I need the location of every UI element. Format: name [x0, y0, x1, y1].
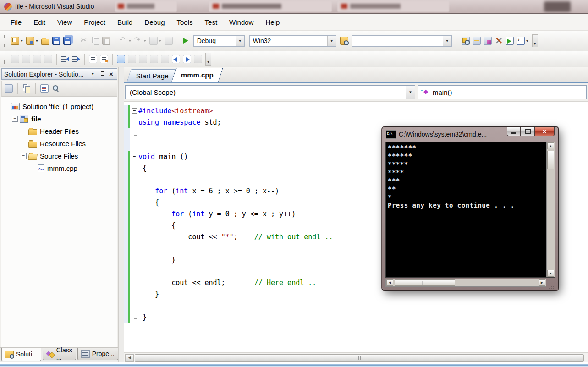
find-in-files-button[interactable]	[339, 35, 349, 46]
fold-collapse-icon[interactable]	[130, 151, 138, 163]
comment-lines-button[interactable]	[88, 54, 98, 65]
previous-bookmark-document-button[interactable]	[171, 54, 181, 65]
collapse-toggle-icon[interactable]: −	[12, 116, 18, 122]
window-position-menu-icon[interactable]: ▼	[89, 71, 96, 77]
open-file-button[interactable]	[40, 36, 50, 46]
navigate-forward-button[interactable]	[164, 35, 174, 46]
chevron-down-icon[interactable]: ▼	[526, 39, 529, 43]
menu-item-tools[interactable]: Tools	[174, 17, 196, 27]
save-button[interactable]	[51, 35, 61, 46]
toolbox-button[interactable]	[494, 35, 504, 46]
close-icon[interactable]: ×	[108, 71, 115, 77]
menu-item-test[interactable]: Test	[202, 17, 220, 27]
tree-item[interactable]: mmm.cpp	[1, 162, 117, 175]
auto-hide-pin-icon[interactable]	[99, 71, 105, 77]
solution-explorer-button[interactable]	[461, 35, 471, 46]
new-project-button[interactable]: ▼	[10, 35, 24, 46]
add-item-button[interactable]: ▼	[25, 35, 39, 46]
next-bookmark-folder-button[interactable]	[160, 54, 170, 65]
menu-item-edit[interactable]: Edit	[31, 17, 48, 27]
tab-solution-explorer[interactable]: Soluti...	[1, 348, 41, 361]
increase-indent-button[interactable]	[71, 54, 81, 65]
member-list-button[interactable]	[10, 54, 20, 65]
maximize-button[interactable]	[521, 127, 534, 136]
close-button[interactable]: ×	[534, 127, 555, 136]
scrollbar-track[interactable]	[394, 279, 538, 286]
word-completion-button[interactable]	[43, 54, 53, 65]
solution-explorer-header[interactable]: Solution Explorer - Solutio... ▼ ×	[1, 68, 117, 80]
chevron-down-icon[interactable]: ▼	[443, 36, 451, 46]
toolbar-overflow-handle[interactable]: ▾	[532, 34, 538, 47]
code-editor[interactable]: #include<iostream>using namespace std;vo…	[124, 102, 588, 352]
tab-class-view[interactable]: Class ...	[43, 348, 76, 360]
object-browser-button[interactable]	[483, 35, 493, 46]
start-page-button[interactable]	[505, 35, 515, 46]
scope-dropdown[interactable]: (Global Scope) ▼	[125, 85, 415, 99]
find-symbol-button[interactable]	[51, 83, 61, 94]
menu-item-window[interactable]: Window	[226, 17, 256, 27]
quick-info-button[interactable]	[21, 54, 31, 65]
menu-item-help[interactable]: Help	[263, 17, 282, 27]
solution-platform-combo[interactable]: Win32▼	[249, 35, 336, 47]
view-diagram-button[interactable]	[39, 83, 49, 94]
member-dropdown[interactable]: main()	[418, 85, 587, 99]
tree-item[interactable]: −Source Files	[1, 150, 117, 162]
menu-item-project[interactable]: Project	[81, 17, 108, 27]
copy-button[interactable]	[90, 35, 100, 46]
start-debugging-button[interactable]	[181, 35, 191, 46]
tree-item[interactable]: −file	[1, 113, 117, 125]
scrollbar-track[interactable]	[547, 150, 555, 269]
resize-grip[interactable]	[547, 279, 555, 286]
cmd-window[interactable]: C:\Windows\system32\cmd.e... × *********…	[382, 127, 558, 290]
tab-properties[interactable]: Prope...	[77, 348, 118, 360]
toolbar-overflow-handle[interactable]: ▾	[205, 53, 211, 66]
tree-item[interactable]: Solution 'file' (1 project)	[1, 100, 117, 113]
decrease-indent-button[interactable]	[60, 54, 70, 65]
menu-item-debug[interactable]: Debug	[142, 17, 167, 27]
chevron-down-icon[interactable]: ▼	[327, 36, 336, 46]
console-vertical-scrollbar[interactable]: ▲ ▼	[546, 142, 555, 277]
undo-button[interactable]: ▼	[118, 35, 132, 46]
minimize-button[interactable]	[507, 127, 521, 136]
scroll-right-icon[interactable]: ▶	[539, 279, 545, 286]
tree-item[interactable]: Header Files	[1, 125, 117, 137]
previous-bookmark-folder-button[interactable]	[149, 54, 159, 65]
scrollbar-thumb[interactable]	[135, 354, 584, 362]
scrollbar-thumb[interactable]	[547, 151, 554, 169]
next-bookmark-document-button[interactable]	[182, 54, 192, 65]
chevron-down-icon[interactable]: ▼	[236, 36, 244, 46]
previous-bookmark-button[interactable]	[127, 54, 137, 65]
toggle-bookmark-button[interactable]	[116, 54, 126, 65]
save-all-button[interactable]	[62, 35, 72, 46]
parameter-info-button[interactable]	[32, 54, 42, 65]
editor-horizontal-scrollbar[interactable]: ◀	[124, 352, 588, 362]
menu-item-view[interactable]: View	[55, 17, 75, 27]
scroll-left-icon[interactable]: ◀	[125, 354, 134, 362]
clear-bookmarks-button[interactable]	[193, 54, 203, 65]
tab-mmm-cpp[interactable]: mmm.cpp	[171, 68, 223, 82]
redo-button[interactable]: ▼	[133, 35, 148, 46]
console-horizontal-scrollbar[interactable]: ◀ ▶	[385, 279, 546, 287]
scroll-up-icon[interactable]: ▲	[547, 142, 554, 149]
properties-window-button[interactable]	[472, 35, 482, 46]
chevron-down-icon[interactable]: ▼	[20, 39, 23, 43]
fold-collapse-icon[interactable]	[130, 105, 138, 117]
paste-button[interactable]	[101, 35, 111, 46]
uncomment-lines-button[interactable]	[99, 54, 109, 65]
chevron-down-icon[interactable]: ▼	[159, 39, 162, 43]
chevron-down-icon[interactable]: ▼	[128, 39, 132, 43]
tab-start-page[interactable]: Start Page	[127, 69, 178, 82]
scrollbar-track[interactable]	[134, 354, 586, 362]
menu-item-build[interactable]: Build	[115, 17, 135, 27]
next-bookmark-button[interactable]	[138, 54, 148, 65]
solution-configuration-combo[interactable]: Debug▼	[193, 35, 245, 47]
properties-button[interactable]	[4, 83, 14, 94]
tree-item[interactable]: Resource Files	[1, 137, 117, 150]
collapse-toggle-icon[interactable]: −	[21, 153, 27, 159]
chevron-down-icon[interactable]: ▼	[406, 86, 415, 99]
navigate-backward-button[interactable]: ▼	[148, 35, 163, 46]
menu-item-file[interactable]: File	[8, 17, 24, 27]
find-combo[interactable]: ▼	[352, 35, 452, 47]
cut-button[interactable]	[79, 35, 89, 46]
show-all-files-button[interactable]	[22, 83, 32, 94]
